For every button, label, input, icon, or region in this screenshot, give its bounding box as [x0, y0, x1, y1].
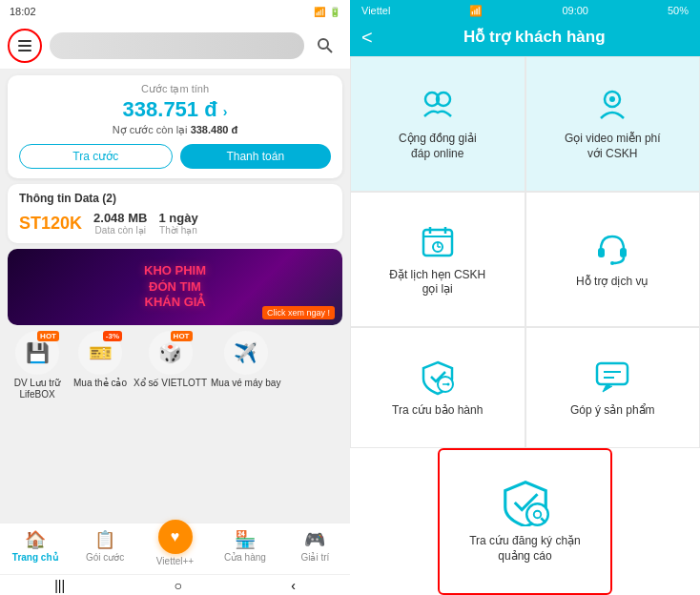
nav-viettelpp[interactable]: ♥ Viettel++ — [140, 529, 210, 566]
signal-icon: 📶 — [314, 7, 325, 17]
search-button[interactable] — [312, 32, 339, 59]
data-plan-name: ST120K — [19, 214, 82, 234]
search-icon — [317, 37, 334, 54]
pay-button[interactable]: Thanh toán — [180, 144, 332, 169]
data-info-title: Thông tin Data (2) — [19, 192, 331, 205]
lifebox-badge: HOT — [37, 331, 59, 341]
feedback-label: Góp ý sản phẩm — [570, 403, 655, 419]
right-page-title: Hỗ trợ khách hàng — [381, 27, 689, 47]
support-service-label: Hỗ trợ dịch vụ — [576, 275, 649, 290]
support-schedule[interactable]: Đặt lịch hẹn CSKHgọi lại — [350, 192, 525, 327]
support-warranty[interactable]: Tra cứu bảo hành — [350, 327, 525, 448]
nav-store-label: Cửa hàng — [224, 552, 266, 563]
lifebox-label: DV Lưu trữLifeBOX — [14, 378, 61, 400]
plan-icon: 📋 — [94, 529, 115, 550]
header-title-bar — [50, 32, 304, 59]
svg-point-18 — [446, 382, 449, 385]
right-time: 09:00 — [562, 5, 588, 16]
services-row: 💾 HOT DV Lưu trữLifeBOX 🎫 -3% Mua thẻ cả… — [0, 331, 350, 406]
battery-icon: 🔋 — [329, 7, 340, 17]
nav-plan[interactable]: 📋 Gói cước — [70, 529, 139, 566]
nav-entertainment-label: Giải trí — [300, 552, 329, 563]
spam-block-icon — [502, 479, 549, 526]
billing-label: Cước tạm tính — [19, 83, 331, 95]
right-carrier: Viettel — [361, 5, 390, 16]
banner-text: KHO PHIM ĐÓN TIM KHÁN GIẢ — [144, 263, 206, 312]
left-phone: 18:02 📶 🔋 Cước tạm tính 338.751 đ › — [0, 0, 350, 595]
card-label: Mua thẻ cảo — [73, 378, 127, 389]
nav-home-label: Trang chủ — [12, 552, 58, 563]
right-phone: Viettel 📶 09:00 50% < Hỗ trợ khách hàng … — [350, 0, 700, 595]
hamburger-icon — [18, 40, 31, 51]
svg-line-1 — [327, 48, 332, 52]
nav-entertainment[interactable]: 🎮 Giải trí — [280, 529, 350, 566]
card-icon-wrap: 🎫 -3% — [78, 331, 122, 375]
support-spam-block[interactable]: Tra cứu đăng ký chặnquảng cáo — [438, 448, 612, 595]
schedule-icon — [419, 222, 457, 260]
support-community[interactable]: Cộng đồng giảiđáp online — [350, 56, 525, 192]
home-icon: 🏠 — [25, 529, 46, 550]
data-info-row: ST120K 2.048 MB Data còn lại 1 ngày Thời… — [19, 211, 331, 236]
video-call-icon — [593, 86, 631, 124]
entertainment-icon: 🎮 — [304, 529, 325, 550]
banner[interactable]: KHO PHIM ĐÓN TIM KHÁN GIẢ Click xem ngay… — [8, 249, 342, 325]
lottery-badge: HOT — [171, 331, 193, 341]
spam-block-label: Tra cứu đăng ký chặnquảng cáo — [469, 534, 581, 564]
flight-icon-wrap: ✈️ — [224, 331, 268, 375]
svg-rect-14 — [620, 248, 627, 257]
video-call-label: Gọi video miễn phívới CSKH — [565, 132, 661, 161]
warranty-icon — [419, 358, 457, 396]
bottom-nav: 🏠 Trang chủ 📋 Gói cước ♥ Viettel++ 🏪 Cửa… — [0, 523, 350, 574]
support-feedback[interactable]: Góp ý sản phẩm — [525, 327, 701, 448]
svg-point-0 — [319, 39, 328, 49]
left-time: 18:02 — [10, 6, 36, 17]
warranty-label: Tra cứu bảo hành — [392, 403, 483, 419]
phone-nav-bar: ||| ○ ‹ — [0, 574, 350, 595]
left-header — [0, 23, 350, 70]
right-battery: 50% — [668, 5, 689, 16]
service-flight[interactable]: ✈️ Mua vé máy bay — [211, 331, 280, 400]
right-header: < Hỗ trợ khách hàng — [350, 21, 700, 56]
lottery-icon-wrap: 🎲 HOT — [149, 331, 193, 375]
back-button[interactable]: < — [361, 28, 373, 47]
nav-viettelpp-label: Viettel++ — [156, 556, 194, 566]
svg-rect-19 — [597, 363, 628, 384]
right-status-bar: Viettel 📶 09:00 50% — [350, 0, 700, 21]
card-badge: -3% — [103, 331, 122, 341]
svg-rect-13 — [598, 248, 605, 257]
home-gesture: ○ — [174, 578, 181, 593]
store-icon: 🏪 — [235, 529, 256, 550]
svg-point-5 — [609, 96, 615, 102]
service-lifebox[interactable]: 💾 HOT DV Lưu trữLifeBOX — [8, 331, 67, 400]
lottery-label: Xổ số VIETLOTT — [134, 378, 207, 389]
svg-point-15 — [610, 261, 614, 265]
nav-store[interactable]: 🏪 Cửa hàng — [210, 529, 279, 566]
community-icon — [419, 86, 457, 124]
data-info-card: Thông tin Data (2) ST120K 2.048 MB Data … — [8, 184, 342, 243]
service-lottery[interactable]: 🎲 HOT Xổ số VIETLOTT — [134, 331, 207, 400]
schedule-label: Đặt lịch hẹn CSKHgọi lại — [389, 268, 485, 298]
left-status-bar: 18:02 📶 🔋 — [0, 0, 350, 23]
menu-button[interactable] — [8, 29, 42, 63]
data-remaining: 2.048 MB Data còn lại — [93, 211, 147, 236]
community-label: Cộng đồng giảiđáp online — [399, 132, 477, 161]
left-status-icons: 📶 🔋 — [314, 7, 340, 17]
flight-label: Mua vé máy bay — [211, 378, 280, 389]
data-days: 1 ngày Thời hạn — [158, 211, 197, 236]
headset-icon — [593, 229, 631, 267]
recents-gesture: ‹ — [291, 578, 296, 593]
nav-plan-label: Gói cước — [86, 552, 124, 563]
billing-chevron: › — [223, 104, 228, 119]
lifebox-icon-wrap: 💾 HOT — [15, 331, 59, 375]
check-bill-button[interactable]: Tra cước — [19, 144, 173, 169]
billing-amount: 338.751 đ › — [19, 97, 331, 122]
service-card[interactable]: 🎫 -3% Mua thẻ cảo — [71, 331, 130, 400]
billing-card: Cước tạm tính 338.751 đ › Nợ cước còn lạ… — [8, 75, 342, 178]
banner-sub: Click xem ngay ! — [262, 306, 335, 319]
right-wifi-icon: 📶 — [469, 5, 483, 17]
support-grid: Cộng đồng giảiđáp online Gọi video miễn … — [350, 56, 700, 595]
support-service[interactable]: Hỗ trợ dịch vụ — [525, 192, 701, 327]
feedback-icon — [593, 358, 631, 396]
nav-home[interactable]: 🏠 Trang chủ — [0, 529, 70, 566]
support-video-call[interactable]: Gọi video miễn phívới CSKH — [525, 56, 701, 192]
